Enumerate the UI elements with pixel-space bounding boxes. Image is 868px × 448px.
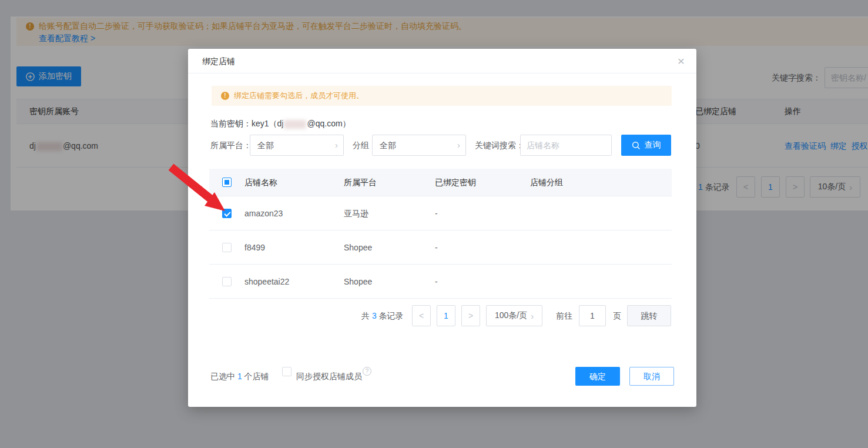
next-page-button[interactable]: > — [461, 305, 480, 326]
alert-text: 绑定店铺需要勾选后，成员才可使用。 — [234, 91, 364, 101]
shop-bound-key: - — [435, 265, 438, 299]
group-select-value: 全部 — [380, 141, 396, 150]
col-shop-group: 店铺分组 — [530, 169, 563, 196]
page-size-select[interactable]: 100条/页 › — [486, 305, 542, 326]
shop-platform: 亚马逊 — [344, 196, 368, 230]
jump-button[interactable]: 跳转 — [627, 305, 671, 326]
query-button[interactable]: 查询 — [621, 135, 671, 156]
cancel-button[interactable]: 取消 — [629, 367, 674, 386]
sync-members-checkbox[interactable] — [282, 367, 291, 376]
shop-bound-key: - — [435, 230, 438, 265]
platform-select[interactable]: 全部 › — [250, 135, 344, 156]
modal-alert: ! 绑定店铺需要勾选后，成员才可使用。 — [212, 86, 672, 106]
current-key-suffix: @qq.com） — [307, 119, 350, 128]
group-select[interactable]: 全部 › — [372, 135, 466, 156]
total-prefix: 共 — [361, 311, 370, 320]
table-row: f8499 Shopee - — [209, 230, 672, 265]
keyword-filter-label: 关键词搜索： — [475, 135, 524, 156]
warning-icon: ! — [221, 92, 229, 100]
platform-filter-label: 所属平台： — [210, 135, 252, 156]
modal-header: 绑定店铺 × — [188, 49, 696, 73]
modal-footer: 已选中 1 个店铺 同步授权店铺成员 ? 确定 取消 — [188, 367, 696, 386]
close-icon[interactable]: × — [678, 49, 685, 73]
search-icon — [632, 141, 641, 150]
total-suffix: 条记录 — [379, 311, 404, 320]
row-checkbox[interactable] — [222, 277, 232, 286]
sync-members-label: 同步授权店铺成员 — [296, 367, 362, 386]
total-count: 3 — [372, 311, 377, 320]
bind-shop-modal: 绑定店铺 × ! 绑定店铺需要勾选后，成员才可使用。 当前密钥：key1（dj@… — [188, 49, 696, 407]
select-all-checkbox[interactable] — [222, 178, 232, 187]
current-key-line: 当前密钥：key1（dj@qq.com） — [210, 118, 351, 129]
censored-text — [284, 120, 306, 129]
shop-platform: Shopee — [344, 230, 372, 265]
col-shop-name: 店铺名称 — [244, 169, 277, 196]
confirm-button[interactable]: 确定 — [575, 367, 620, 386]
selected-suffix: 个店铺 — [244, 372, 269, 381]
table-row: amazon23 亚马逊 - — [209, 196, 672, 230]
page-number-button[interactable]: 1 — [437, 305, 455, 326]
selected-count-text: 已选中 1 个店铺 — [210, 367, 269, 386]
selected-count: 1 — [237, 372, 242, 381]
shops-pagination: 共 3 条记录 < 1 > 100条/页 › 前往 页 跳转 — [188, 305, 696, 326]
goto-unit: 页 — [613, 305, 621, 326]
shops-table-header: 店铺名称 所属平台 已绑定密钥 店铺分组 — [209, 169, 672, 196]
platform-select-value: 全部 — [257, 141, 274, 150]
shop-name: f8499 — [244, 230, 265, 265]
shops-table: 店铺名称 所属平台 已绑定密钥 店铺分组 amazon23 亚马逊 - f849… — [209, 169, 672, 299]
current-key-prefix: key1（dj — [252, 119, 283, 128]
row-checkbox[interactable] — [222, 243, 232, 252]
page-size-value: 100条/页 — [495, 310, 527, 321]
prev-page-button[interactable]: < — [412, 305, 431, 326]
goto-page-input[interactable] — [579, 305, 606, 326]
total-records: 共 3 条记录 — [361, 305, 404, 326]
query-button-label: 查询 — [645, 140, 661, 151]
row-checkbox-checked[interactable] — [222, 209, 232, 218]
table-row: shopeetai22 Shopee - — [209, 265, 672, 299]
help-icon[interactable]: ? — [363, 367, 371, 376]
chevron-icon: › — [457, 135, 460, 155]
col-platform: 所属平台 — [344, 169, 377, 196]
goto-label: 前往 — [556, 305, 572, 326]
shop-platform: Shopee — [344, 265, 372, 299]
chevron-icon: › — [335, 135, 338, 155]
shop-name: shopeetai22 — [244, 265, 289, 299]
modal-filters: 所属平台： 全部 › 分组： 全部 › 关键词搜索： 查询 — [188, 135, 696, 156]
shop-keyword-input[interactable] — [520, 135, 612, 156]
screen: ! 给账号配置自动二步验证，可手动获取验证码；如果店铺平台为亚马逊，可在触发平台… — [0, 0, 868, 448]
col-bound-key: 已绑定密钥 — [435, 169, 476, 196]
selected-prefix: 已选中 — [210, 372, 235, 381]
current-key-label: 当前密钥： — [210, 119, 252, 128]
shop-bound-key: - — [435, 196, 438, 230]
chevron-icon: › — [531, 312, 534, 320]
modal-title: 绑定店铺 — [202, 49, 235, 73]
shop-name: amazon23 — [244, 196, 283, 230]
